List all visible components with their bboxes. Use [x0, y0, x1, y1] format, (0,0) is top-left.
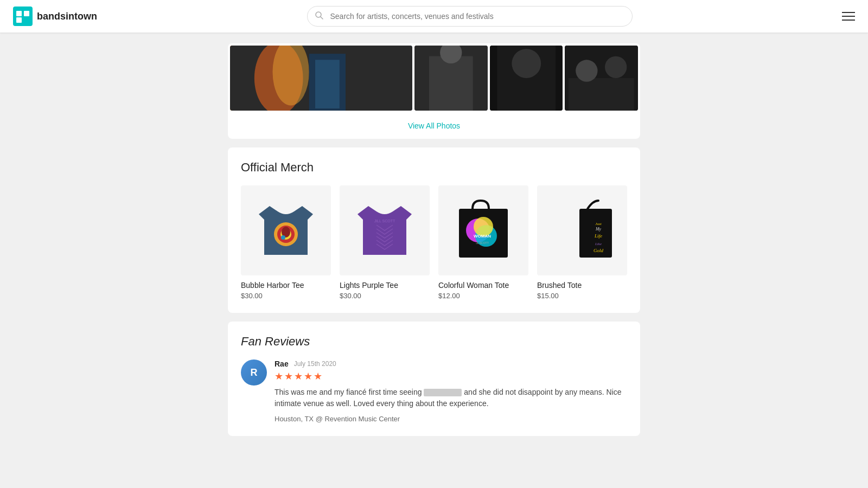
merch-name-3: Brushed Tote	[537, 281, 627, 290]
star-4: ★	[304, 370, 312, 382]
reviews-title: Fan Reviews	[241, 335, 627, 349]
svg-line-5	[321, 17, 323, 19]
svg-point-19	[576, 60, 598, 81]
merch-price-0: $30.00	[241, 292, 331, 300]
svg-rect-1	[16, 11, 22, 16]
reviewer-avatar-0: R	[241, 359, 267, 386]
review-date-0: July 15th 2020	[294, 360, 336, 368]
photos-section: View All Photos	[228, 43, 640, 139]
review-location-0: Houston, TX @ Revention Music Center	[275, 415, 627, 423]
merch-name-0: Bubble Harbor Tee	[241, 281, 331, 290]
merch-price-1: $30.00	[340, 292, 430, 300]
photos-grid	[228, 43, 640, 113]
svg-rect-12	[429, 56, 473, 111]
main-layout: View All Photos Official Merch	[0, 33, 868, 447]
svg-text:Just: Just	[595, 222, 602, 226]
merch-title: Official Merch	[241, 160, 627, 175]
reviewer-name-0: Rae	[275, 359, 289, 368]
svg-rect-3	[16, 17, 22, 23]
logo-text: bandsintown	[37, 11, 97, 22]
review-text-0: This was me and my fiancé first time see…	[275, 387, 627, 409]
svg-text:WOMAN: WOMAN	[474, 234, 491, 239]
search-icon	[315, 11, 323, 22]
hamburger-menu[interactable]	[842, 12, 855, 21]
photo-main[interactable]	[230, 46, 412, 111]
star-2: ★	[284, 370, 293, 382]
merch-name-1: Lights Purple Tee	[340, 281, 430, 290]
merch-image-1: JILL SCOTT	[340, 185, 430, 275]
search-bar	[307, 6, 633, 27]
bubble-harbor-tee-image	[253, 195, 318, 266]
review-content-0: Rae July 15th 2020 ★ ★ ★ ★ ★ This was me…	[275, 359, 627, 423]
svg-point-16	[512, 49, 541, 78]
review-item-0: R Rae July 15th 2020 ★ ★ ★ ★ ★ This was	[241, 359, 627, 423]
logo[interactable]: bandsintown	[13, 7, 97, 26]
review-header-0: Rae July 15th 2020	[275, 359, 627, 368]
photo-main-image	[230, 46, 412, 111]
merch-grid: Bubble Harbor Tee $30.00 JILL SCOTT	[241, 185, 627, 300]
svg-text:JL SCOTT: JL SCOTT	[476, 241, 488, 245]
lights-purple-tee-image: JILL SCOTT	[352, 195, 417, 266]
colorful-woman-tote-image: WOMAN JL SCOTT	[451, 195, 516, 266]
star-3: ★	[294, 370, 303, 382]
svg-point-25	[281, 235, 285, 240]
logo-icon	[13, 7, 33, 26]
center-column: View All Photos Official Merch	[228, 43, 640, 436]
view-all-photos-link[interactable]: View All Photos	[228, 113, 640, 139]
header: bandsintown	[0, 0, 868, 33]
photo-thumb-3[interactable]	[565, 46, 638, 111]
svg-point-20	[605, 56, 627, 78]
merch-item-0[interactable]: Bubble Harbor Tee $30.00	[241, 185, 331, 300]
merch-image-0	[241, 185, 331, 275]
svg-text:JILL SCOTT: JILL SCOTT	[374, 219, 395, 223]
star-1: ★	[275, 370, 283, 382]
merch-image-2: WOMAN JL SCOTT	[438, 185, 528, 275]
merch-item-1[interactable]: JILL SCOTT Lights Purple Tee $30.00	[340, 185, 430, 300]
merch-name-2: Colorful Woman Tote	[438, 281, 528, 290]
svg-text:Like: Like	[595, 242, 602, 246]
search-input[interactable]	[307, 6, 633, 27]
brushed-tote-image: Just My Life Like Gold	[550, 195, 615, 266]
merch-section: Official Merch	[228, 147, 640, 313]
merch-item-3[interactable]: Just My Life Like Gold Brushed Tote $15.…	[537, 185, 627, 300]
merch-price-3: $15.00	[537, 292, 627, 300]
svg-rect-18	[569, 78, 634, 111]
photo-thumb-1[interactable]	[414, 46, 488, 111]
svg-rect-10	[315, 60, 340, 108]
svg-rect-0	[13, 7, 33, 26]
merch-item-2[interactable]: WOMAN JL SCOTT Colorful Woman Tote $12.0…	[438, 185, 528, 300]
star-rating-0: ★ ★ ★ ★ ★	[275, 370, 627, 382]
reviews-section: Fan Reviews R Rae July 15th 2020 ★ ★ ★ ★…	[228, 322, 640, 436]
review-text-before: This was me and my fiancé first time see…	[275, 388, 422, 396]
photo-thumb-2[interactable]	[490, 46, 563, 111]
review-redacted	[424, 389, 462, 396]
svg-text:My: My	[595, 227, 602, 232]
merch-image-3: Just My Life Like Gold	[537, 185, 627, 275]
star-5: ★	[314, 370, 322, 382]
svg-text:Gold: Gold	[593, 248, 604, 253]
svg-rect-2	[24, 11, 29, 16]
svg-text:Life: Life	[594, 233, 602, 239]
merch-price-2: $12.00	[438, 292, 528, 300]
